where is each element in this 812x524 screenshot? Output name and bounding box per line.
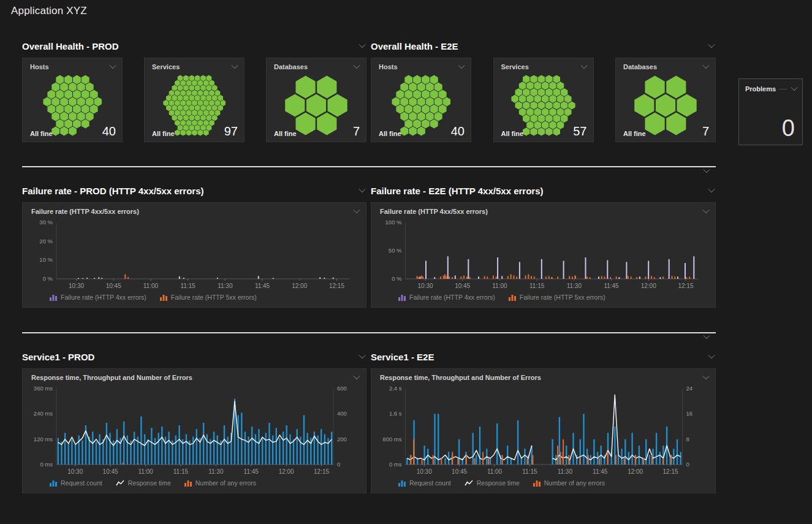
failure-e2e-svg[interactable]: 0 %50 %100 %10:3010:4511:0011:1511:3011:…: [373, 218, 709, 290]
legend-item[interactable]: Failure rate (HTTP 5xx errors): [160, 294, 257, 301]
bar: [648, 261, 649, 279]
chevron-down-icon[interactable]: [707, 354, 716, 360]
chevron-down-icon[interactable]: [702, 334, 711, 340]
health-tile-hosts-e2e[interactable]: Hosts All fine 40: [371, 58, 471, 142]
entity-count: 97: [224, 125, 238, 137]
chevron-down-icon[interactable]: [108, 64, 117, 70]
bar: [472, 433, 474, 465]
dashboard-content: Overall Health - PROD Hosts All fine 40: [22, 39, 716, 493]
bar: [474, 458, 476, 465]
service-prod-svg[interactable]: 0 ms120 ms240 ms360 ms020040060010:3010:…: [24, 384, 360, 476]
chevron-down-icon[interactable]: [707, 43, 716, 49]
bar: [321, 429, 322, 465]
failure-prod-svg[interactable]: 0 %10 %20 %30 %10:3010:4511:0011:1511:30…: [24, 218, 360, 290]
legend-item[interactable]: Failure rate (HTTP 4xx errors): [50, 294, 146, 301]
bar: [446, 276, 447, 279]
chevron-down-icon[interactable]: [702, 374, 710, 381]
chart-tile-service-e2e[interactable]: Response time, Throughput and Number of …: [371, 368, 716, 493]
bar: [203, 423, 204, 465]
hexagon: [189, 115, 194, 121]
failure-prod-chart[interactable]: 0 %10 %20 %30 %10:3010:4511:0011:1511:30…: [23, 215, 366, 290]
service-e2e-svg[interactable]: 0 ms800 ms1.6 s2.4 s08162410:3010:4511:0…: [373, 384, 709, 476]
chevron-down-icon[interactable]: [702, 168, 711, 174]
chevron-down-icon[interactable]: [230, 64, 239, 70]
bar: [659, 452, 661, 465]
chart-tile-failure-prod[interactable]: Failure rate (HTTP 4xx/5xx errors) 0 %10…: [22, 202, 366, 308]
chevron-down-icon[interactable]: [358, 43, 366, 49]
bar: [283, 431, 284, 465]
hexagon: [417, 83, 425, 92]
hexagon: [534, 95, 541, 103]
axis-tick-label: 0: [686, 461, 689, 468]
health-tile-hosts-prod[interactable]: Hosts All fine 40: [22, 58, 123, 142]
health-tile-services-e2e[interactable]: Services All fine 57: [493, 58, 594, 142]
hexagon: [175, 90, 180, 96]
hexagon: [409, 97, 417, 107]
bar: [677, 439, 678, 465]
bar: [662, 458, 664, 465]
bar: [654, 277, 655, 279]
bar: [319, 278, 321, 279]
hexagon: [69, 83, 77, 92]
entity-count: 40: [102, 125, 116, 137]
sparkline-placeholder: [779, 89, 787, 89]
chevron-down-icon[interactable]: [358, 354, 366, 360]
bar: [626, 262, 627, 279]
legend-label: Request count: [409, 479, 451, 487]
bar: [444, 275, 446, 279]
hexagon: [189, 95, 194, 101]
health-tile-databases-e2e[interactable]: Databases All fine 7: [615, 58, 716, 142]
legend-item[interactable]: Response time: [465, 479, 520, 487]
chart-tile-failure-e2e[interactable]: Failure rate (HTTP 4xx/5xx errors) 0 %50…: [371, 202, 716, 308]
legend-item[interactable]: Failure rate (HTTP 5xx errors): [509, 294, 605, 301]
chevron-down-icon[interactable]: [702, 208, 710, 215]
bar: [598, 276, 599, 279]
hexagon: [180, 100, 186, 106]
legend-item[interactable]: Number of any errors: [533, 479, 605, 487]
legend-item[interactable]: Response time: [116, 479, 171, 487]
chevron-down-icon[interactable]: [707, 188, 716, 194]
chevron-down-icon[interactable]: [702, 64, 710, 70]
health-tile-services-prod[interactable]: Services All fine 97: [144, 58, 245, 142]
bar: [82, 278, 83, 279]
hexagon: [404, 75, 412, 85]
chevron-down-icon[interactable]: [352, 64, 361, 70]
health-tile-databases-prod[interactable]: Databases All fine 7: [266, 58, 366, 142]
axis-tick-label: 2.4 s: [389, 385, 402, 392]
bar: [422, 276, 423, 279]
bar: [590, 277, 591, 279]
bar: [548, 276, 550, 279]
bar: [656, 433, 657, 465]
legend-item[interactable]: Request count: [50, 479, 102, 487]
time-axis-label: 10:30: [417, 468, 432, 475]
status-label: All fine: [379, 130, 401, 137]
legend-item[interactable]: Number of any errors: [184, 479, 256, 487]
line-series-icon: [465, 480, 473, 487]
service-prod-chart[interactable]: 0 ms120 ms240 ms360 ms020040060010:3010:…: [23, 381, 366, 476]
chevron-down-icon[interactable]: [352, 374, 361, 381]
bar: [599, 458, 600, 465]
axis-tick-label: 400: [337, 410, 347, 417]
service-e2e-chart[interactable]: 0 ms800 ms1.6 s2.4 s08162410:3010:4511:0…: [371, 381, 715, 476]
axis-tick-label: 10 %: [39, 256, 53, 263]
chevron-down-icon[interactable]: [457, 64, 466, 70]
bar-series-icon: [509, 294, 516, 301]
chevron-down-icon[interactable]: [358, 188, 366, 194]
chart-tile-service-prod[interactable]: Response time, Throughput and Number of …: [22, 368, 366, 493]
bar: [569, 276, 570, 279]
failure-e2e-chart[interactable]: 0 %50 %100 %10:3010:4511:0011:1511:3011:…: [371, 215, 715, 290]
chevron-down-icon[interactable]: [580, 64, 588, 70]
legend-item[interactable]: Failure rate (HTTP 4xx errors): [398, 294, 495, 301]
bar: [116, 429, 118, 465]
hexagon: [189, 85, 194, 91]
hexagon: [183, 85, 189, 91]
chevron-down-icon[interactable]: [790, 86, 799, 92]
hexagon: [434, 97, 442, 107]
hexagon: [211, 95, 217, 101]
chevron-down-icon[interactable]: [352, 208, 361, 215]
problems-tile[interactable]: Problems 0: [738, 78, 803, 145]
legend-item[interactable]: Request count: [398, 479, 451, 487]
bar: [607, 260, 608, 279]
bar: [618, 277, 620, 279]
service-row: Service1 - PROD Response time, Throughpu…: [22, 350, 716, 493]
